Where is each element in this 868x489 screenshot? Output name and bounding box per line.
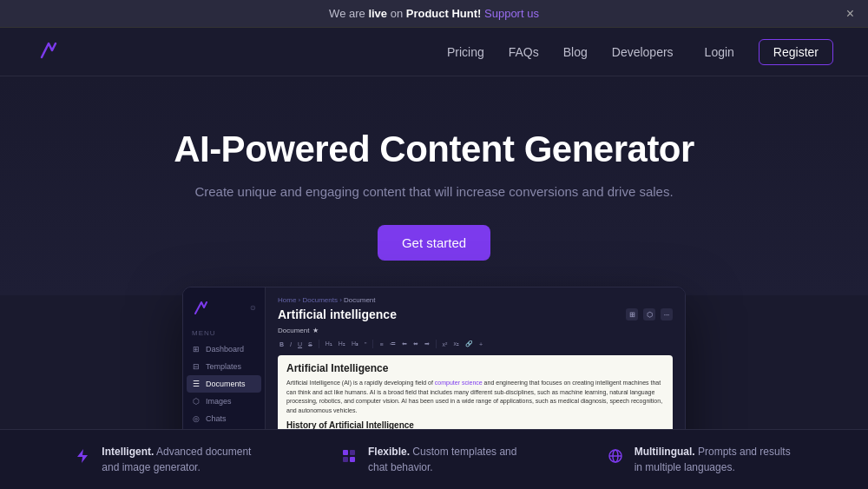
doc-tab: Document ★	[278, 327, 673, 334]
doc-title-text: Artificial intelligence	[278, 307, 397, 321]
feature-intelligent: Intelligent. Advanced document and image…	[72, 444, 263, 475]
sidebar-item-dashboard[interactable]: ⊞ Dashboard	[183, 340, 265, 358]
sidebar-logo: ⊙	[183, 298, 265, 326]
grid-icon: ⊞	[192, 345, 201, 354]
toolbar-align-left[interactable]: ⬅	[400, 340, 409, 348]
toolbar-strikethrough[interactable]: S	[306, 340, 314, 348]
close-button[interactable]: ×	[846, 7, 854, 21]
svg-rect-2	[350, 450, 355, 455]
toolbar-divider-2	[372, 340, 373, 348]
nav-pricing[interactable]: Pricing	[447, 45, 484, 59]
toolbar-divider-3	[436, 340, 437, 348]
hero-title: AI-Powered Content Generator	[17, 129, 851, 170]
toolbar-subscript[interactable]: x₂	[451, 340, 461, 348]
icon-grid[interactable]: ⊞	[626, 308, 638, 320]
cta-button[interactable]: Get started	[378, 225, 490, 261]
feature-multilingual-text: Multilingual. Prompts and results in mul…	[635, 444, 796, 475]
toolbar-bold[interactable]: B	[278, 340, 286, 348]
live-text: live	[368, 7, 387, 20]
svg-marker-0	[77, 449, 88, 463]
doc-title-icons: ⊞ ⬡ ···	[626, 308, 673, 320]
nav-links: Pricing FAQs Blog Developers Login Regis…	[447, 44, 833, 60]
icon-share[interactable]: ⬡	[643, 308, 655, 320]
feature-intelligent-text: Intelligent. Advanced document and image…	[102, 444, 263, 475]
toolbar-superscript[interactable]: x²	[441, 340, 450, 348]
features-bar: Intelligent. Advanced document and image…	[0, 429, 868, 489]
announcement-bar: We are live on Product Hunt! Support us …	[0, 0, 868, 28]
svg-rect-1	[343, 450, 348, 455]
toolbar-align-right[interactable]: ➡	[423, 340, 431, 348]
breadcrumb: Home › Documents › Document	[278, 296, 673, 304]
hero-section: AI-Powered Content Generator Create uniq…	[0, 76, 868, 295]
nav-developers[interactable]: Developers	[612, 45, 674, 59]
globe-icon	[605, 446, 626, 466]
doc-content-paragraph-1: Artificial Intelligence (AI) is a rapidl…	[286, 379, 664, 415]
toolbar-link[interactable]: 🔗	[464, 340, 475, 348]
nav-blog[interactable]: Blog	[563, 45, 588, 59]
support-link[interactable]: Support us	[484, 7, 539, 20]
sidebar-settings-icon[interactable]: ⊙	[250, 304, 256, 312]
chat-icon: ◎	[192, 414, 201, 423]
breadcrumb-documents[interactable]: Documents	[302, 296, 337, 304]
templates-icon: ⊟	[192, 362, 201, 371]
feature-flexible-bold: Flexible.	[368, 446, 410, 458]
toolbar-h2[interactable]: H₂	[337, 340, 347, 348]
platform-text: Product Hunt!	[406, 7, 482, 20]
sidebar-menu-label: MENU	[183, 326, 265, 340]
feature-multilingual: Multilingual. Prompts and results in mul…	[605, 444, 796, 475]
sidebar-item-chats[interactable]: ◎ Chats	[183, 410, 265, 427]
nav-login[interactable]: Login	[705, 45, 734, 59]
icon-more[interactable]: ···	[661, 308, 673, 320]
breadcrumb-current: Document	[344, 296, 375, 304]
sidebar-item-images[interactable]: ⬡ Images	[183, 393, 265, 410]
nav-register[interactable]: Register	[759, 39, 833, 65]
navbar: Pricing FAQs Blog Developers Login Regis…	[0, 28, 868, 76]
nav-faqs[interactable]: FAQs	[509, 45, 539, 59]
toolbar-italic[interactable]: I	[288, 340, 293, 348]
lightning-icon	[72, 446, 93, 466]
nav-logo	[35, 36, 62, 68]
doc-content-title: Artificial Intelligence	[286, 362, 664, 374]
docs-icon: ☰	[192, 380, 201, 388]
sidebar-item-documents[interactable]: ☰ Documents	[187, 375, 261, 393]
svg-rect-3	[343, 457, 348, 462]
toolbar: B I U S H₁ H₂ H₃ " ≡ ≔ ⬅ ⬌ ➡ x² x₂ 🔗 +	[278, 340, 673, 348]
hero-subtitle: Create unique and engaging content that …	[17, 184, 851, 199]
sidebar-item-templates[interactable]: ⊟ Templates	[183, 358, 265, 375]
puzzle-icon	[339, 446, 359, 466]
toolbar-h3[interactable]: H₃	[350, 340, 360, 348]
toolbar-ol[interactable]: ≔	[388, 340, 398, 348]
toolbar-underline[interactable]: U	[296, 340, 304, 348]
feature-multilingual-bold: Multilingual.	[635, 446, 695, 458]
feature-flexible-text: Flexible. Custom templates and chat beha…	[368, 444, 529, 475]
doc-tab-label[interactable]: Document	[278, 327, 309, 334]
image-icon: ⬡	[192, 397, 201, 406]
toolbar-divider-1	[319, 340, 319, 348]
computer-science-link[interactable]: computer science	[435, 380, 483, 386]
breadcrumb-home[interactable]: Home	[278, 296, 296, 304]
toolbar-h1[interactable]: H₁	[324, 340, 334, 348]
star-icon[interactable]: ★	[312, 327, 319, 334]
toolbar-ul[interactable]: ≡	[378, 340, 385, 348]
feature-intelligent-bold: Intelligent.	[102, 446, 154, 458]
toolbar-quote[interactable]: "	[363, 340, 369, 348]
announcement-text: We are live on Product Hunt! Support us	[329, 7, 539, 20]
toolbar-align-center[interactable]: ⬌	[411, 340, 420, 348]
doc-title-row: Artificial intelligence ⊞ ⬡ ···	[278, 307, 673, 321]
svg-rect-4	[350, 457, 355, 462]
toolbar-more[interactable]: +	[477, 340, 484, 348]
feature-flexible: Flexible. Custom templates and chat beha…	[339, 444, 529, 475]
